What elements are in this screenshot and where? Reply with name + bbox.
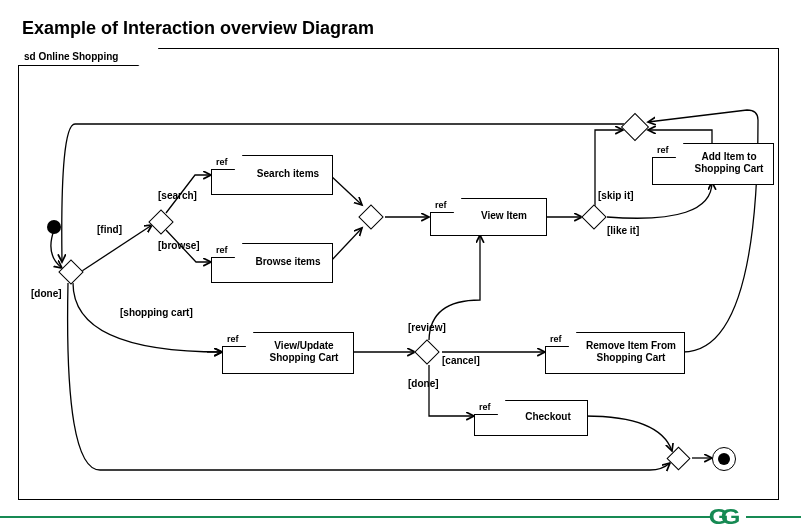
ref-view-item: ref View Item [430, 198, 547, 236]
final-node [712, 447, 736, 471]
ref-label: Remove Item From Shopping Cart [580, 340, 682, 364]
guard-done1: [done] [31, 288, 62, 299]
ref-checkout: ref Checkout [474, 400, 588, 436]
ref-tag: ref [545, 332, 577, 347]
guard-search: [search] [158, 190, 197, 201]
guard-find: [find] [97, 224, 122, 235]
ref-tag: ref [211, 243, 243, 258]
frame-title: sd Online Shopping [18, 48, 159, 66]
sd-frame: sd Online Shopping [18, 48, 779, 500]
ref-label: Checkout [513, 411, 583, 423]
ref-label: View Item [469, 210, 539, 222]
ref-tag: ref [474, 400, 506, 415]
ref-tag: ref [652, 143, 684, 158]
ref-add-cart: ref Add Item to Shopping Cart [652, 143, 774, 185]
ref-label: Browse items [248, 256, 328, 268]
guard-skipit: [skip it] [598, 190, 634, 201]
ref-browse-items: ref Browse items [211, 243, 333, 283]
guard-cancel: [cancel] [442, 355, 480, 366]
guard-done2: [done] [408, 378, 439, 389]
ref-view-cart: ref View/Update Shopping Cart [222, 332, 354, 374]
logo: GG [710, 506, 746, 528]
guard-review: [review] [408, 322, 446, 333]
ref-tag: ref [211, 155, 243, 170]
ref-search-items: ref Search items [211, 155, 333, 195]
ref-tag: ref [430, 198, 462, 213]
ref-remove-item: ref Remove Item From Shopping Cart [545, 332, 685, 374]
guard-cart: [shopping cart] [120, 307, 193, 318]
logo-letter: G [721, 506, 741, 528]
page-title: Example of Interaction overview Diagram [22, 18, 374, 39]
ref-tag: ref [222, 332, 254, 347]
final-node-inner [718, 453, 730, 465]
ref-label: View/Update Shopping Cart [259, 340, 349, 364]
ref-label: Add Item to Shopping Cart [687, 151, 771, 175]
guard-likeit: [like it] [607, 225, 639, 236]
initial-node [47, 220, 61, 234]
guard-browse: [browse] [158, 240, 200, 251]
ref-label: Search items [248, 168, 328, 180]
footer-divider [0, 516, 801, 518]
